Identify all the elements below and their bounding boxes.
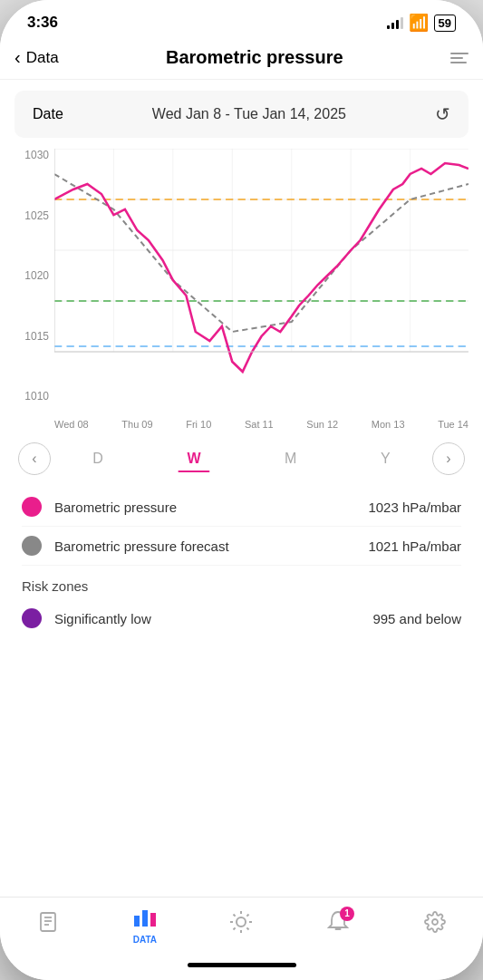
tab-data[interactable]: DATA xyxy=(122,907,168,945)
menu-button[interactable] xyxy=(450,53,469,63)
status-bar: 3:36 📶 59 xyxy=(0,0,483,40)
svg-line-28 xyxy=(234,914,236,916)
actual-line xyxy=(54,163,469,372)
signal-bars-icon xyxy=(387,16,403,29)
risk-dot-significantly-low xyxy=(22,608,42,628)
date-label: Date xyxy=(33,106,63,122)
x-label-tue14: Tue 14 xyxy=(438,419,469,430)
home-indicator xyxy=(188,963,296,967)
x-label-thu09: Thu 09 xyxy=(121,419,152,430)
x-label-wed08: Wed 08 xyxy=(54,419,89,430)
legend-item-forecast: Barometric pressure forecast 1021 hPa/mb… xyxy=(22,527,461,566)
weather-icon xyxy=(229,910,253,939)
back-label: Data xyxy=(26,49,59,67)
prev-icon: ‹ xyxy=(32,451,36,467)
svg-line-29 xyxy=(247,927,249,929)
legend-dot-actual xyxy=(22,497,42,517)
svg-rect-22 xyxy=(150,913,156,927)
x-label-mon13: Mon 13 xyxy=(372,419,405,430)
chart-svg-area xyxy=(54,149,469,403)
svg-point-23 xyxy=(237,917,246,927)
y-label-1015: 1015 xyxy=(24,330,49,343)
wifi-icon: 📶 xyxy=(409,13,429,33)
status-icons: 📶 59 xyxy=(387,13,456,33)
notification-badge-wrap: 1 xyxy=(327,910,349,939)
risk-zones-title: Risk zones xyxy=(22,578,461,594)
date-value: Wed Jan 8 - Tue Jan 14, 2025 xyxy=(63,106,435,122)
settings-icon xyxy=(424,911,446,938)
svg-line-31 xyxy=(234,927,236,929)
svg-rect-16 xyxy=(41,913,55,931)
y-label-1010: 1010 xyxy=(24,390,49,403)
home-indicator-area xyxy=(0,963,483,980)
tab-month[interactable]: M xyxy=(275,447,305,471)
date-row: Date Wed Jan 8 - Tue Jan 14, 2025 ↺ xyxy=(14,91,469,138)
legend-item-actual: Barometric pressure 1023 hPa/mbar xyxy=(22,488,461,527)
forecast-line xyxy=(54,174,469,332)
y-label-1030: 1030 xyxy=(24,149,49,161)
tab-notifications[interactable]: 1 xyxy=(315,910,361,942)
notes-icon xyxy=(37,911,59,938)
tab-settings[interactable] xyxy=(412,911,458,941)
refresh-button[interactable]: ↺ xyxy=(435,103,450,125)
legend: Barometric pressure 1023 hPa/mbar Barome… xyxy=(0,488,483,566)
risk-item-significantly-low: Significantly low 995 and below xyxy=(22,603,461,634)
risk-section: Risk zones Significantly low 995 and bel… xyxy=(0,566,483,634)
header: ‹ Data Barometric pressure xyxy=(0,40,483,80)
legend-value-forecast: 1021 hPa/mbar xyxy=(368,539,461,554)
risk-value-significantly-low: 995 and below xyxy=(372,611,461,626)
data-icon xyxy=(133,907,157,932)
y-label-1025: 1025 xyxy=(24,209,49,222)
tab-week[interactable]: W xyxy=(178,447,209,471)
x-label-fri10: Fri 10 xyxy=(186,419,211,430)
status-time: 3:36 xyxy=(27,14,58,32)
chart-container: 1030 1025 1020 1015 1010 xyxy=(0,149,483,430)
notification-badge: 1 xyxy=(340,907,354,921)
legend-value-actual: 1023 hPa/mbar xyxy=(368,500,461,515)
legend-label-forecast: Barometric pressure forecast xyxy=(54,539,368,554)
tab-weather[interactable] xyxy=(218,910,264,942)
next-icon: › xyxy=(446,451,450,467)
svg-line-30 xyxy=(247,914,249,916)
data-tab-label: DATA xyxy=(133,935,157,945)
tab-bar: DATA xyxy=(0,897,483,963)
chart-svg xyxy=(54,149,469,403)
x-label-sat11: Sat 11 xyxy=(245,419,274,430)
y-label-1020: 1020 xyxy=(24,269,49,282)
svg-point-33 xyxy=(432,919,438,925)
y-axis: 1030 1025 1020 1015 1010 xyxy=(14,149,54,403)
period-tabs: D W M Y xyxy=(51,447,432,471)
x-label-sun12: Sun 12 xyxy=(306,419,338,430)
next-period-button[interactable]: › xyxy=(432,442,465,475)
tab-year[interactable]: Y xyxy=(372,447,400,471)
page-title: Barometric pressure xyxy=(59,47,450,68)
x-axis: Wed 08 Thu 09 Fri 10 Sat 11 Sun 12 Mon 1… xyxy=(54,403,469,430)
legend-dot-forecast xyxy=(22,536,42,556)
svg-rect-21 xyxy=(142,910,148,927)
svg-rect-20 xyxy=(134,916,140,927)
tab-notes[interactable] xyxy=(25,911,71,941)
battery-icon: 59 xyxy=(434,15,456,32)
tab-day[interactable]: D xyxy=(83,447,112,471)
chart-area: 1030 1025 1020 1015 1010 xyxy=(14,149,469,430)
back-arrow-icon: ‹ xyxy=(14,47,21,68)
prev-period-button[interactable]: ‹ xyxy=(18,442,51,475)
phone-frame: 3:36 📶 59 ‹ Data Barometric pressure xyxy=(0,0,483,980)
period-nav: ‹ D W M Y › xyxy=(0,430,483,488)
back-button[interactable]: ‹ Data xyxy=(14,47,59,68)
risk-label-significantly-low: Significantly low xyxy=(54,611,372,626)
legend-label-actual: Barometric pressure xyxy=(54,500,368,515)
